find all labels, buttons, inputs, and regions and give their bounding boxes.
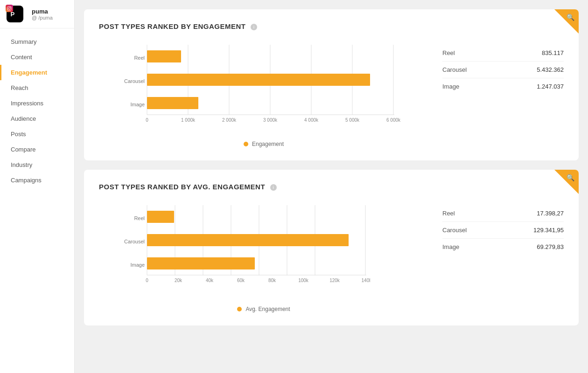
svg-point-2 bbox=[8, 7, 10, 9]
svg-text:0: 0 bbox=[146, 278, 148, 283]
svg-text:80k: 80k bbox=[268, 278, 276, 283]
svg-text:5 000k: 5 000k bbox=[345, 117, 360, 123]
bar-reel-1 bbox=[147, 50, 181, 62]
svg-text:4 000k: 4 000k bbox=[304, 117, 319, 123]
svg-text:0: 0 bbox=[146, 117, 148, 123]
chart1-legend-dot bbox=[244, 142, 248, 146]
svg-text:100k: 100k bbox=[298, 278, 309, 283]
sidebar-item-engagement[interactable]: Engagement bbox=[0, 65, 74, 80]
sidebar-item-content[interactable]: Content bbox=[0, 49, 74, 65]
sidebar-item-posts[interactable]: Posts bbox=[0, 126, 74, 142]
svg-text:120k: 120k bbox=[329, 278, 340, 283]
chart1-legend-image-value: 1.247.037 bbox=[537, 83, 564, 90]
bar-image-1 bbox=[147, 97, 198, 109]
sidebar-item-reach[interactable]: Reach bbox=[0, 80, 74, 96]
chart2-svg: Reel Carousel Image 0 20k bbox=[99, 200, 428, 298]
instagram-icon bbox=[7, 6, 12, 11]
account-name: puma bbox=[32, 8, 53, 15]
chart1-legend: Engagement bbox=[99, 141, 428, 147]
chart2-legend-row-reel: Reel 17.398,27 bbox=[442, 205, 564, 222]
chart2-legend-label: Avg. Engagement bbox=[245, 306, 290, 312]
search-icon-2[interactable]: 🔍 bbox=[567, 174, 574, 181]
chart1-svg: Reel Carousel Image 0 1 000k bbox=[99, 40, 428, 133]
chart2-legend-row-carousel: Carousel 129.341,95 bbox=[442, 222, 564, 239]
chart2-legend: Avg. Engagement bbox=[99, 306, 428, 312]
chart2-legend-carousel-value: 129.341,95 bbox=[533, 227, 564, 234]
sidebar-item-summary[interactable]: Summary bbox=[0, 34, 74, 49]
chart1-card: 🔍 POST TYPES RANKED BY ENGAGEMENT i bbox=[84, 9, 579, 160]
chart1-info-icon[interactable]: i bbox=[251, 24, 257, 30]
bar-image-2 bbox=[147, 257, 255, 269]
instagram-badge bbox=[6, 5, 13, 12]
chart2-legend-dot bbox=[237, 307, 242, 311]
chart2-legend-reel-label: Reel bbox=[442, 210, 455, 217]
chart2-legend-area: Reel 17.398,27 Carousel 129.341,95 Image… bbox=[442, 200, 564, 312]
svg-text:2 000k: 2 000k bbox=[222, 117, 237, 123]
chart1-legend-row-reel: Reel 835.117 bbox=[442, 45, 564, 62]
sidebar: P puma @ /puma Summary Content Engagemen… bbox=[0, 0, 75, 373]
sidebar-item-industry[interactable]: Industry bbox=[0, 157, 74, 173]
chart1-legend-carousel-value: 5.432.362 bbox=[537, 66, 564, 73]
chart2-bars: Reel Carousel Image 0 20k bbox=[99, 200, 428, 312]
sidebar-header: P puma @ /puma bbox=[0, 0, 74, 28]
svg-text:Image: Image bbox=[130, 262, 145, 268]
svg-rect-1 bbox=[7, 7, 11, 10]
chart1-legend-row-carousel: Carousel 5.432.362 bbox=[442, 62, 564, 78]
sidebar-item-campaigns[interactable]: Campaigns bbox=[0, 173, 74, 188]
chart2-info-icon[interactable]: i bbox=[270, 184, 277, 191]
chart2-legend-image-label: Image bbox=[442, 243, 459, 250]
chart1-legend-image-label: Image bbox=[442, 83, 459, 90]
chart1-legend-area: Reel 835.117 Carousel 5.432.362 Image 1.… bbox=[442, 40, 564, 147]
sidebar-item-audience[interactable]: Audience bbox=[0, 111, 74, 126]
bar-carousel-2 bbox=[147, 234, 349, 246]
chart1-legend-row-image: Image 1.247.037 bbox=[442, 78, 564, 95]
chart2-title: POST TYPES RANKED BY AVG. ENGAGEMENT bbox=[99, 183, 265, 191]
chart2-title-row: POST TYPES RANKED BY AVG. ENGAGEMENT i bbox=[99, 183, 564, 191]
chart1-legend-label: Engagement bbox=[252, 141, 284, 147]
bar-reel-2 bbox=[147, 211, 174, 223]
svg-text:Reel: Reel bbox=[134, 55, 145, 61]
svg-text:60k: 60k bbox=[237, 278, 245, 283]
chart2-legend-reel-value: 17.398,27 bbox=[537, 210, 564, 217]
svg-text:1 000k: 1 000k bbox=[181, 117, 196, 123]
svg-text:Reel: Reel bbox=[134, 215, 145, 221]
search-icon-1[interactable]: 🔍 bbox=[567, 14, 574, 21]
svg-text:Carousel: Carousel bbox=[124, 78, 145, 84]
chart1-bars: Reel Carousel Image 0 1 000k bbox=[99, 40, 428, 147]
svg-text:3 000k: 3 000k bbox=[263, 117, 278, 123]
account-handle: @ /puma bbox=[32, 15, 53, 21]
chart1-title: POST TYPES RANKED BY ENGAGEMENT bbox=[99, 22, 245, 30]
account-info: puma @ /puma bbox=[32, 8, 53, 21]
svg-text:40k: 40k bbox=[206, 278, 214, 283]
svg-text:140l: 140l bbox=[362, 278, 371, 283]
chart1-title-row: POST TYPES RANKED BY ENGAGEMENT i bbox=[99, 22, 564, 31]
chart1-legend-reel-value: 835.117 bbox=[542, 49, 564, 56]
main-content: 🔍 POST TYPES RANKED BY ENGAGEMENT i bbox=[75, 0, 588, 373]
chart1-area: Reel Carousel Image 0 1 000k bbox=[99, 40, 564, 147]
svg-text:Carousel: Carousel bbox=[124, 239, 145, 244]
svg-text:6 000k: 6 000k bbox=[386, 117, 401, 123]
chart2-legend-carousel-label: Carousel bbox=[442, 227, 467, 234]
svg-text:20k: 20k bbox=[175, 278, 182, 283]
chart1-legend-reel-label: Reel bbox=[442, 49, 455, 56]
chart2-card: 🔍 POST TYPES RANKED BY AVG. ENGAGEMENT i bbox=[84, 170, 579, 325]
chart1-legend-carousel-label: Carousel bbox=[442, 66, 467, 73]
bar-carousel-1 bbox=[147, 74, 370, 86]
brand-logo-wrapper: P bbox=[7, 6, 23, 22]
chart2-legend-image-value: 69.279,83 bbox=[537, 243, 564, 250]
sidebar-nav: Summary Content Engagement Reach Impress… bbox=[0, 28, 74, 193]
sidebar-item-compare[interactable]: Compare bbox=[0, 142, 74, 157]
sidebar-item-impressions[interactable]: Impressions bbox=[0, 96, 74, 111]
svg-point-3 bbox=[10, 7, 11, 7]
chart2-legend-row-image: Image 69.279,83 bbox=[442, 239, 564, 255]
chart2-area: Reel Carousel Image 0 20k bbox=[99, 200, 564, 312]
svg-text:Image: Image bbox=[130, 102, 145, 107]
